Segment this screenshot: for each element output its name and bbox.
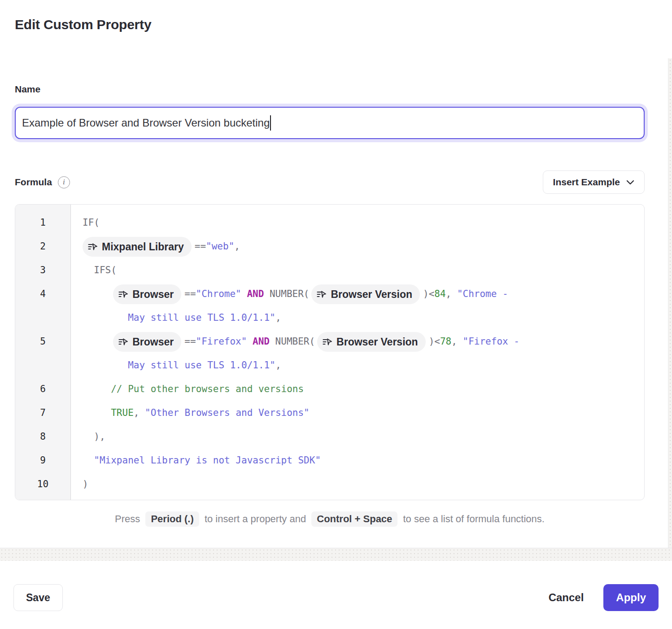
- code-token: ==: [184, 288, 196, 299]
- code-token: // Put other browsers and versions: [111, 384, 304, 394]
- code-token: "Chrome": [196, 288, 241, 299]
- line-number: 2: [15, 235, 70, 258]
- property-chip-label: Browser: [132, 283, 174, 306]
- line-number: 10: [15, 472, 70, 496]
- property-chip[interactable]: Browser: [113, 284, 181, 304]
- code-token: ==: [184, 336, 196, 347]
- code-token: )<: [423, 288, 434, 299]
- property-icon: [118, 290, 128, 299]
- property-chip-label: Browser Version: [331, 283, 412, 306]
- code-token: ): [83, 479, 88, 489]
- canvas-edge-strip: [668, 58, 672, 548]
- line-number: 8: [15, 425, 70, 449]
- line-number: 4: [15, 282, 70, 306]
- property-chip[interactable]: Browser Version: [311, 284, 420, 304]
- property-chip[interactable]: Browser Version: [317, 332, 426, 352]
- code-line: IFS(: [83, 258, 640, 282]
- property-chip-label: Browser: [132, 330, 174, 354]
- code-rows[interactable]: IF(Mixpanel Library=="web", IFS( Browser…: [71, 205, 644, 500]
- control-space-key-badge: Control + Space: [311, 511, 397, 527]
- line-number: 7: [15, 401, 70, 425]
- code-line: Browser=="Firefox" AND NUMBER(Browser Ve…: [83, 330, 640, 354]
- code-line: // Put other browsers and versions: [83, 377, 640, 401]
- name-input[interactable]: Example of Browser and Browser Version b…: [15, 107, 645, 139]
- property-chip[interactable]: Mixpanel Library: [83, 237, 192, 257]
- apply-button[interactable]: Apply: [603, 584, 659, 611]
- code-token: 84: [434, 288, 445, 299]
- code-token: [83, 455, 94, 466]
- code-line: Browser=="Chrome" AND NUMBER(Browser Ver…: [83, 282, 640, 306]
- code-token: May still use TLS 1.0/1.1": [128, 360, 275, 371]
- property-icon: [317, 290, 327, 299]
- property-icon: [88, 242, 98, 251]
- cancel-button[interactable]: Cancel: [549, 591, 584, 604]
- code-token: ,: [134, 407, 145, 418]
- code-token: "Chrome -: [457, 288, 508, 299]
- code-token: [247, 336, 253, 347]
- code-token: "Mixpanel Library is not Javascript SDK": [94, 455, 321, 466]
- text-caret: [270, 115, 271, 131]
- property-icon: [118, 337, 128, 346]
- line-number: [15, 354, 70, 377]
- code-token: ,: [275, 360, 281, 371]
- code-token: "Other Browsers and Versions": [145, 407, 310, 418]
- property-icon: [323, 337, 332, 346]
- code-token: [83, 360, 128, 371]
- name-label: Name: [15, 83, 645, 95]
- code-token: AND: [247, 288, 264, 299]
- code-token: May still use TLS 1.0/1.1": [128, 312, 275, 323]
- edit-custom-property-dialog: Edit Custom Property Name Example of Bro…: [0, 0, 672, 629]
- line-number: 9: [15, 449, 70, 472]
- line-number: 5: [15, 330, 70, 354]
- code-line: ),: [83, 425, 640, 449]
- panel-divider-band: [0, 548, 672, 561]
- code-token: ==: [195, 241, 206, 252]
- code-token: [83, 312, 128, 323]
- code-line: May still use TLS 1.0/1.1",: [83, 306, 640, 330]
- property-chip-label: Browser Version: [336, 330, 418, 354]
- info-icon[interactable]: i: [58, 176, 70, 188]
- code-token: ,: [446, 288, 457, 299]
- code-token: 78: [440, 336, 451, 347]
- property-chip[interactable]: Browser: [113, 332, 181, 352]
- property-chip-label: Mixpanel Library: [102, 235, 184, 259]
- line-number: 3: [15, 258, 70, 282]
- code-token: [83, 336, 111, 347]
- chevron-down-icon: [626, 180, 634, 185]
- code-token: "web": [206, 241, 234, 252]
- line-number: 1: [15, 211, 70, 235]
- hint-pre: Press: [115, 513, 140, 524]
- code-token: AND: [253, 336, 270, 347]
- insert-example-button[interactable]: Insert Example: [543, 170, 645, 194]
- code-token: ,: [275, 312, 281, 323]
- name-input-value: Example of Browser and Browser Version b…: [22, 117, 270, 129]
- insert-example-label: Insert Example: [553, 177, 620, 188]
- hint-mid: to insert a property and: [205, 513, 306, 524]
- code-line: "Mixpanel Library is not Javascript SDK": [83, 449, 640, 472]
- formula-label: Formula: [15, 177, 52, 188]
- period-key-badge: Period (.): [145, 511, 199, 527]
- hint-post: to see a list of formula functions.: [403, 513, 545, 524]
- line-number: [15, 306, 70, 330]
- dialog-title: Edit Custom Property: [15, 16, 645, 33]
- editor-hint: Press Period (.) to insert a property an…: [15, 511, 645, 527]
- save-button[interactable]: Save: [13, 584, 63, 611]
- line-numbers: 12345678910: [15, 205, 71, 500]
- code-token: [83, 384, 111, 394]
- code-token: [83, 407, 111, 418]
- code-line: May still use TLS 1.0/1.1",: [83, 354, 640, 377]
- code-token: NUMBER(: [264, 288, 309, 299]
- code-line: ): [83, 472, 640, 496]
- code-token: "Firefox": [196, 336, 247, 347]
- code-token: "Firefox -: [463, 336, 519, 347]
- code-token: )<: [429, 336, 440, 347]
- code-token: NUMBER(: [270, 336, 315, 347]
- code-token: [241, 288, 247, 299]
- code-token: TRUE: [111, 407, 134, 418]
- code-token: IFS(: [83, 265, 117, 275]
- code-line: Mixpanel Library=="web",: [83, 235, 640, 258]
- code-token: ),: [83, 431, 105, 442]
- code-token: ,: [451, 336, 463, 347]
- code-line: IF(: [83, 211, 640, 235]
- formula-editor[interactable]: 12345678910 IF(Mixpanel Library=="web", …: [15, 204, 645, 500]
